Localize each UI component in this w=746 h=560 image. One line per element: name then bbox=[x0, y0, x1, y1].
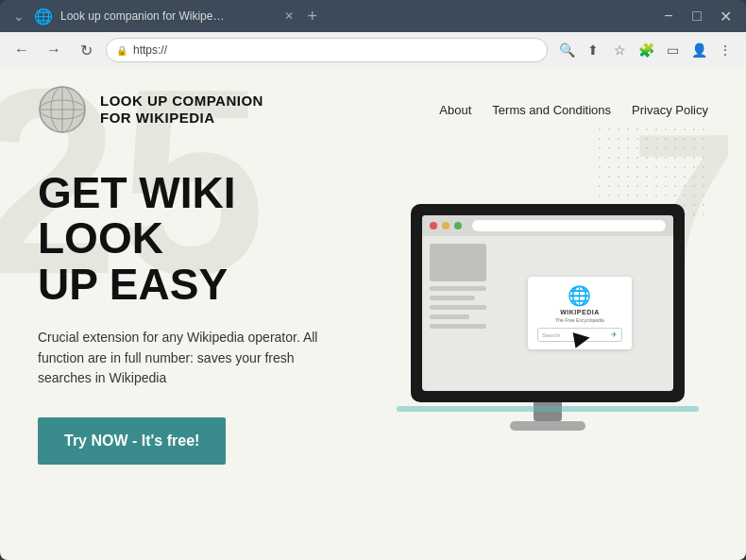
monitor-outer: 🌐 WIKIPEDIA The Free Encyclopedia Search… bbox=[411, 204, 685, 431]
wiki-subtitle-text: The Free Encyclopedia bbox=[555, 317, 603, 323]
back-button[interactable]: ← bbox=[9, 38, 34, 62]
screen-dot-yellow bbox=[442, 222, 449, 229]
screen-text-line-1 bbox=[430, 286, 486, 291]
nav-terms[interactable]: Terms and Conditions bbox=[492, 103, 611, 117]
screen-content: 🌐 WIKIPEDIA The Free Encyclopedia Search… bbox=[422, 236, 673, 391]
stand-base bbox=[510, 421, 585, 431]
tab-title-text: Look up companion for Wikipe… bbox=[60, 9, 224, 23]
profile-icon-btn[interactable]: 👤 bbox=[687, 39, 710, 61]
hero-left: GET WIKI LOOK UP EASY Crucial extension … bbox=[38, 170, 359, 465]
hero-right: 🌐 WIKIPEDIA The Free Encyclopedia Search… bbox=[387, 204, 708, 431]
address-bar[interactable]: 🔒 https:// bbox=[106, 38, 548, 62]
bookmark-icon-btn[interactable]: ☆ bbox=[608, 39, 631, 61]
maximize-button[interactable]: □ bbox=[684, 3, 710, 29]
hero-description: Crucial extension for any Wikipedia oper… bbox=[38, 328, 321, 389]
screen-dot-green bbox=[454, 222, 462, 229]
wiki-search-icon: ✈ bbox=[611, 331, 618, 339]
close-button[interactable]: ✕ bbox=[712, 3, 738, 29]
title-bar-left: ⌄ 🌐 Look up companion for Wikipe… ✕ + bbox=[8, 7, 317, 26]
browser-frame: ⌄ 🌐 Look up companion for Wikipe… ✕ + − … bbox=[0, 0, 746, 560]
extension-icon-btn[interactable]: 🧩 bbox=[635, 39, 657, 61]
window-controls: − □ ✕ bbox=[655, 3, 738, 29]
wikipedia-panel: 🌐 WIKIPEDIA The Free Encyclopedia Search… bbox=[528, 277, 632, 349]
title-bar: ⌄ 🌐 Look up companion for Wikipe… ✕ + − … bbox=[0, 0, 746, 32]
screen-url-bar bbox=[472, 220, 666, 231]
wiki-search-placeholder: Search bbox=[542, 332, 607, 338]
screen-sidebar bbox=[430, 244, 486, 383]
wiki-globe-icon: 🌐 bbox=[568, 284, 591, 307]
sidebar-icon-btn[interactable]: ▭ bbox=[661, 39, 684, 61]
hero-section: GET WIKI LOOK UP EASY Crucial extension … bbox=[0, 151, 746, 493]
screen-text-line-5 bbox=[430, 324, 486, 329]
nav-privacy[interactable]: Privacy Policy bbox=[632, 103, 708, 117]
screen-toolbar bbox=[422, 215, 673, 236]
refresh-button[interactable]: ↻ bbox=[74, 38, 98, 62]
nav-about[interactable]: About bbox=[439, 103, 471, 117]
wiki-title-text: WIKIPEDIA bbox=[560, 309, 599, 315]
title-favicon: 🌐 bbox=[34, 8, 53, 25]
cta-button[interactable]: Try NOW - It's free! bbox=[38, 417, 226, 465]
minimize-button[interactable]: − bbox=[655, 3, 682, 29]
screen-img-block bbox=[430, 244, 486, 281]
navigation-bar: ← → ↻ 🔒 https:// 🔍 ⬆ ☆ 🧩 ▭ 👤 ⋮ bbox=[0, 32, 746, 68]
share-icon-btn[interactable]: ⬆ bbox=[582, 39, 604, 61]
wiki-logo-area: 🌐 WIKIPEDIA The Free Encyclopedia bbox=[555, 284, 603, 323]
screen-text-line-3 bbox=[430, 305, 486, 310]
forward-button[interactable]: → bbox=[42, 38, 66, 62]
lock-icon: 🔒 bbox=[116, 45, 127, 56]
address-text: https:// bbox=[133, 43, 167, 57]
logo-globe-icon bbox=[38, 85, 87, 134]
stand-neck bbox=[534, 402, 562, 421]
screen-text-line-4 bbox=[430, 314, 469, 319]
screen-text-line-2 bbox=[430, 296, 475, 300]
new-tab-btn[interactable]: + bbox=[307, 7, 317, 26]
nav-icon-group: 🔍 ⬆ ☆ 🧩 ▭ 👤 ⋮ bbox=[555, 39, 737, 61]
hero-title: GET WIKI LOOK UP EASY bbox=[38, 170, 359, 307]
wiki-search-bar: Search ✈ bbox=[537, 328, 622, 342]
logo-area: LOOK UP COMPANION FOR WIKIPEDIA bbox=[38, 85, 263, 134]
logo-text: LOOK UP COMPANION FOR WIKIPEDIA bbox=[100, 93, 263, 127]
chevron-down-btn[interactable]: ⌄ bbox=[8, 7, 30, 25]
search-icon-btn[interactable]: 🔍 bbox=[555, 39, 578, 61]
screen-dot-red bbox=[430, 222, 437, 229]
monitor-screen: 🌐 WIKIPEDIA The Free Encyclopedia Search… bbox=[422, 215, 673, 391]
site-header: LOOK UP COMPANION FOR WIKIPEDIA About Te… bbox=[0, 68, 746, 151]
site-nav: About Terms and Conditions Privacy Polic… bbox=[439, 103, 708, 117]
menu-icon-btn[interactable]: ⋮ bbox=[714, 39, 737, 61]
tab-close-btn[interactable]: ✕ bbox=[284, 9, 294, 23]
screen-main: 🌐 WIKIPEDIA The Free Encyclopedia Search… bbox=[494, 244, 666, 383]
monitor-body: 🌐 WIKIPEDIA The Free Encyclopedia Search… bbox=[411, 204, 685, 402]
page-content: 25 7 LOOK UP COMPANION FOR WIKIPEDIA bbox=[0, 68, 746, 560]
floor-line bbox=[397, 406, 699, 412]
